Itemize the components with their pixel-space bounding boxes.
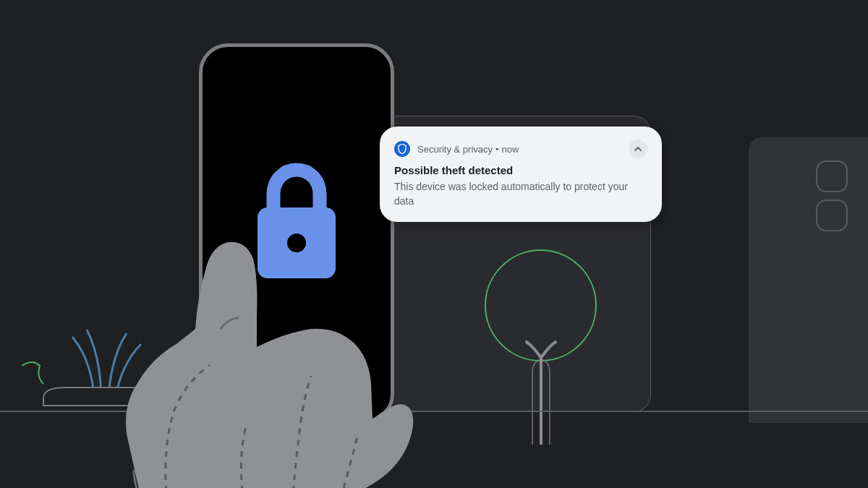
phone-device xyxy=(199,43,394,423)
lock-icon xyxy=(246,163,347,288)
notification-title: Possible theft detected xyxy=(394,164,647,176)
notification-body: This device was locked automatically to … xyxy=(394,179,647,209)
chevron-up-icon xyxy=(634,145,642,153)
fountain-decoration xyxy=(22,315,166,412)
notification-time: now xyxy=(502,144,519,155)
building-decoration xyxy=(749,137,868,423)
notification-app-name: Security & privacy xyxy=(417,144,493,155)
notification-card[interactable]: Security & privacy•now Possible theft de… xyxy=(380,127,662,222)
notification-source: Security & privacy•now xyxy=(417,144,621,155)
shield-icon xyxy=(394,141,410,157)
expand-button[interactable] xyxy=(629,140,647,158)
svg-point-1 xyxy=(287,234,306,252)
